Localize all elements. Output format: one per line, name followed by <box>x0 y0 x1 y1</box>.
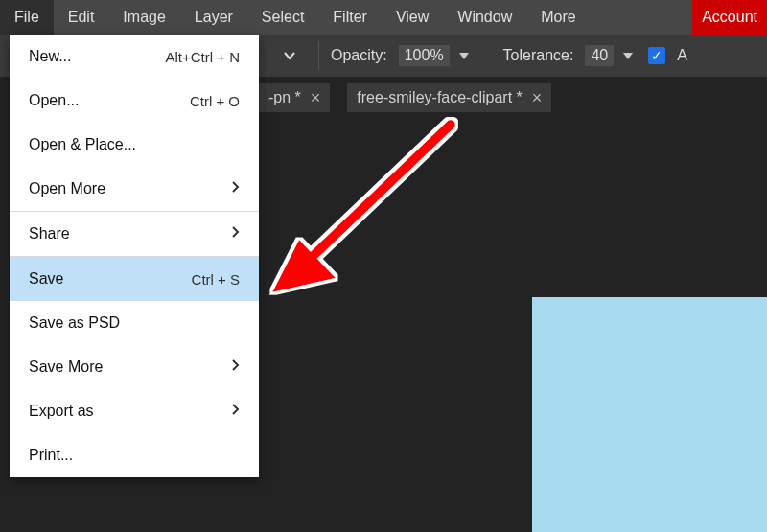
menu-item-shortcut: Ctrl + O <box>190 93 240 109</box>
menu-item-shortcut: Ctrl + S <box>192 271 240 288</box>
tolerance-label: Tolerance: <box>503 47 574 64</box>
chevron-right-icon <box>231 225 240 243</box>
opacity-dropdown-icon[interactable] <box>457 50 471 61</box>
menu-edit[interactable]: Edit <box>54 0 109 35</box>
menu-item-label: Open... <box>29 92 79 109</box>
menu-file[interactable]: File <box>0 0 54 35</box>
chevron-right-icon <box>231 403 240 420</box>
file-menu-save[interactable]: Save Ctrl + S <box>10 257 259 301</box>
tolerance-dropdown-icon[interactable] <box>621 50 635 61</box>
document-tab-label: free-smiley-face-clipart * <box>357 89 522 106</box>
file-menu-export-as[interactable]: Export as <box>10 389 259 433</box>
menu-window[interactable]: Window <box>443 0 526 35</box>
menu-item-label: Print... <box>29 447 73 464</box>
file-menu-save-psd[interactable]: Save as PSD <box>10 301 259 345</box>
menubar: File Edit Image Layer Select Filter View… <box>0 0 767 35</box>
chevron-right-icon <box>231 180 240 197</box>
svg-marker-0 <box>459 53 469 59</box>
menu-account[interactable]: Account <box>692 0 767 35</box>
tolerance-value[interactable]: 40 <box>585 45 614 66</box>
menu-item-label: Export as <box>29 403 94 420</box>
menu-item-label: New... <box>29 48 71 65</box>
menu-item-shortcut: Alt+Ctrl + N <box>165 49 240 65</box>
tool-preset-dropdown[interactable] <box>268 41 311 70</box>
option-trailing-text: A <box>677 47 687 64</box>
document-tab[interactable]: -pn * × <box>259 83 330 112</box>
menu-item-label: Share <box>29 225 70 243</box>
file-menu-open[interactable]: Open... Ctrl + O <box>10 79 259 123</box>
menu-item-label: Open & Place... <box>29 136 136 153</box>
svg-marker-3 <box>272 240 336 292</box>
opacity-label: Opacity: <box>331 47 387 64</box>
opacity-value[interactable]: 100% <box>399 45 450 66</box>
annotation-arrow <box>249 105 489 316</box>
file-menu-share[interactable]: Share <box>10 212 259 256</box>
chevron-right-icon <box>231 359 240 376</box>
file-menu-open-more[interactable]: Open More <box>10 167 259 211</box>
option-checkbox[interactable]: ✓ <box>648 47 665 64</box>
separator <box>318 41 319 70</box>
file-menu-print[interactable]: Print... <box>10 433 259 477</box>
close-icon[interactable]: × <box>311 89 321 106</box>
document-tab[interactable]: free-smiley-face-clipart * × <box>347 83 551 112</box>
file-menu-new[interactable]: New... Alt+Ctrl + N <box>10 35 259 79</box>
close-icon[interactable]: × <box>532 89 543 106</box>
menu-layer[interactable]: Layer <box>180 0 247 35</box>
menu-item-label: Save as PSD <box>29 314 120 332</box>
svg-line-2 <box>302 125 451 266</box>
file-menu-dropdown: New... Alt+Ctrl + N Open... Ctrl + O Ope… <box>10 35 259 477</box>
menu-item-label: Save More <box>29 359 103 376</box>
menu-select[interactable]: Select <box>247 0 318 35</box>
canvas[interactable] <box>532 297 767 532</box>
menu-item-label: Save <box>29 270 63 288</box>
menu-view[interactable]: View <box>382 0 443 35</box>
menu-item-label: Open More <box>29 180 105 197</box>
file-menu-save-more[interactable]: Save More <box>10 345 259 389</box>
svg-marker-1 <box>623 53 633 59</box>
menu-more[interactable]: More <box>526 0 590 35</box>
menu-image[interactable]: Image <box>108 0 179 35</box>
file-menu-open-place[interactable]: Open & Place... <box>10 123 259 167</box>
document-tab-label: -pn * <box>268 89 301 106</box>
menu-filter[interactable]: Filter <box>318 0 382 35</box>
